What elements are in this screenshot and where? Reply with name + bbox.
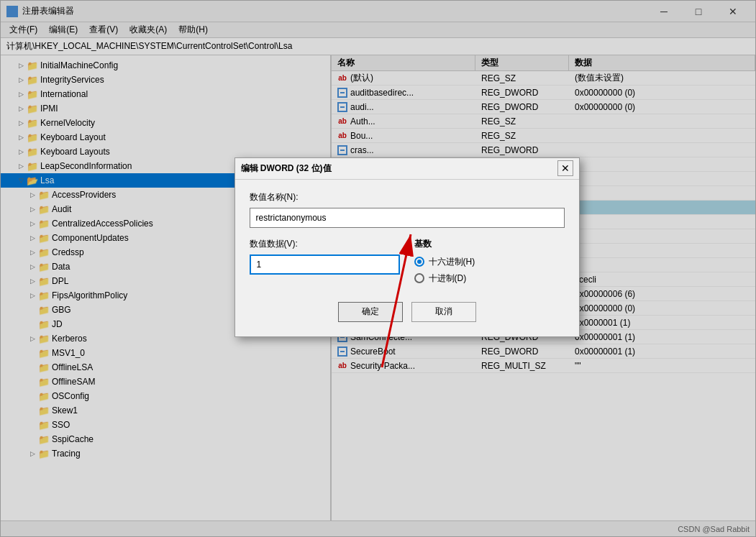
radio-group: 十六进制(H) 十进制(D)	[414, 256, 565, 285]
value-name-label: 数值名称(N):	[250, 191, 565, 203]
dialog-title: 编辑 DWORD (32 位)值	[241, 162, 332, 175]
radio-hex-label: 十六进制(H)	[429, 256, 475, 268]
ok-button[interactable]: 确定	[338, 302, 403, 322]
dialog-close-button[interactable]: ✕	[557, 160, 573, 176]
dialog-overlay: 编辑 DWORD (32 位)值 ✕ 数值名称(N): 数值数据(V): 基数	[1, 1, 755, 536]
radio-dec-circle	[414, 273, 424, 283]
base-section: 基数 十六进制(H) 十进制(D)	[414, 238, 565, 285]
dialog-content: 数值名称(N): 数值数据(V): 基数 十六进制(H)	[235, 180, 579, 336]
dialog-buttons: 确定 取消	[250, 296, 565, 325]
radio-hex[interactable]: 十六进制(H)	[414, 256, 565, 268]
main-window: 注册表编辑器 ─ □ ✕ 文件(F) 编辑(E) 查看(V) 收藏夹(A) 帮助…	[0, 0, 756, 537]
base-label: 基数	[414, 238, 565, 250]
edit-dword-dialog: 编辑 DWORD (32 位)值 ✕ 数值名称(N): 数值数据(V): 基数	[234, 157, 580, 337]
dialog-title-bar: 编辑 DWORD (32 位)值 ✕	[235, 158, 579, 180]
value-data-section: 数值数据(V):	[250, 238, 400, 275]
cancel-button[interactable]: 取消	[411, 302, 476, 322]
radio-dec[interactable]: 十进制(D)	[414, 272, 565, 285]
dialog-middle-row: 数值数据(V): 基数 十六进制(H) 十进制(D)	[250, 238, 565, 285]
value-data-label: 数值数据(V):	[250, 238, 400, 250]
radio-dec-label: 十进制(D)	[429, 272, 467, 285]
value-name-input[interactable]	[250, 208, 565, 228]
radio-hex-circle	[414, 257, 424, 267]
value-data-input[interactable]	[250, 254, 400, 275]
